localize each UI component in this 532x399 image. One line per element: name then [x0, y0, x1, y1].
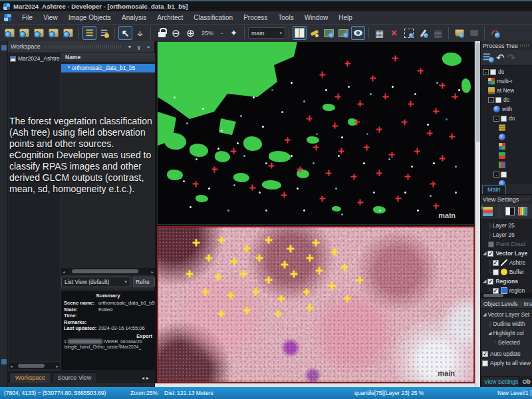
panel-close-icon[interactable]: ×	[145, 44, 152, 50]
checkbox[interactable]: ✓	[487, 251, 493, 257]
checkbox[interactable]	[501, 172, 507, 178]
panel-pin-icon[interactable]: ┰	[136, 44, 142, 50]
view-settings-row-3[interactable]: ◢✓Vector Laye	[481, 249, 532, 258]
zoom-in-icon[interactable]	[184, 26, 198, 40]
expander-icon[interactable]: ◢	[483, 251, 486, 256]
manual-edit-icon[interactable]	[416, 26, 430, 40]
process-tree-row-0[interactable]: -do	[481, 67, 532, 76]
expander-icon[interactable]: ◢	[488, 331, 491, 336]
collapse-icon[interactable]: -	[493, 172, 499, 178]
view-settings-icon[interactable]	[322, 26, 336, 40]
menu-architect[interactable]: Architect	[152, 14, 188, 21]
split-view-icon[interactable]	[293, 26, 307, 40]
tree-horizontal-scrollbar[interactable]: ◂ ▸	[9, 362, 60, 369]
tab-main[interactable]: Main	[482, 185, 506, 194]
redo-icon[interactable]: ↷	[507, 53, 516, 63]
checkbox[interactable]: ✓	[493, 260, 499, 266]
tab-view-settings[interactable]: View Settings	[481, 376, 520, 387]
add-project-icon[interactable]	[32, 26, 46, 40]
select-region-icon[interactable]	[402, 26, 416, 40]
menu-tools[interactable]: Tools	[273, 14, 299, 21]
undo-icon[interactable]: ↶	[496, 53, 505, 63]
export-scene-icon[interactable]	[61, 26, 75, 40]
rgb-view-icon[interactable]	[518, 207, 527, 215]
checkbox[interactable]	[488, 241, 494, 247]
view-settings-row-6[interactable]: ◢✓Regions	[481, 277, 532, 286]
image-tab-label[interactable]: Ima	[521, 301, 532, 307]
save-workspace-icon[interactable]	[17, 26, 31, 40]
selected-scene-row[interactable]: * orthomosaic_data_b1_b5	[61, 64, 155, 72]
object-levels-row-2[interactable]: ◢Highlight col	[481, 329, 532, 338]
refresh-button[interactable]: Refre	[133, 277, 155, 287]
object-levels-row-3[interactable]: └Selected	[481, 338, 532, 347]
menu-image-objects[interactable]: Image Objects	[63, 14, 116, 21]
import-scene-icon[interactable]	[47, 26, 61, 40]
process-tree-row-8[interactable]	[481, 142, 532, 151]
view-settings-row-0[interactable]: ├Layer 25	[481, 221, 532, 230]
checkbox[interactable]: ✓	[487, 279, 493, 285]
grayscale-view-icon[interactable]	[505, 207, 515, 215]
zoom-out-icon[interactable]	[169, 26, 183, 40]
attribute-table-icon[interactable]	[431, 26, 445, 40]
checkbox[interactable]	[490, 69, 496, 75]
option-row[interactable]: ✓Auto update	[482, 349, 531, 358]
menu-help[interactable]: Help	[333, 14, 358, 21]
expander-icon[interactable]: ◢	[483, 279, 486, 284]
show-hide-outlines-icon[interactable]	[351, 26, 365, 40]
fill-disabled-icon[interactable]	[467, 26, 481, 40]
process-tree-row-4[interactable]: with	[481, 104, 532, 114]
menu-view[interactable]: View	[38, 14, 63, 21]
bottom-view[interactable]: main	[157, 226, 475, 383]
checkbox[interactable]	[495, 97, 501, 103]
process-tree-row-6[interactable]	[481, 123, 532, 132]
image-layers-icon[interactable]	[82, 26, 96, 40]
process-tree-row-3[interactable]: -do	[481, 95, 532, 104]
workspace-tree-root[interactable]: Mar2024_Ashtree	[9, 53, 60, 64]
process-tree-row-9[interactable]	[481, 151, 532, 160]
run-process-icon[interactable]	[483, 53, 493, 63]
view-settings-row-2[interactable]: Point Cloud	[481, 239, 532, 249]
menu-file[interactable]: File	[17, 14, 38, 21]
view-settings-row-1[interactable]: ├Layer 26	[481, 230, 532, 239]
menu-window[interactable]: Window	[299, 14, 334, 21]
curve-tool-icon[interactable]	[488, 26, 502, 40]
pan-icon[interactable]	[133, 26, 147, 40]
top-view[interactable]: main	[157, 41, 475, 225]
image-object-view-icon[interactable]	[336, 26, 350, 40]
cursor-icon[interactable]	[118, 26, 132, 40]
fill-class-icon[interactable]	[452, 26, 466, 40]
process-tree-row-7[interactable]	[481, 132, 532, 142]
delete-classification-icon[interactable]	[387, 26, 401, 40]
view-settings-row-5[interactable]: └Buffer	[481, 267, 532, 277]
scene-select[interactable]: main▾	[248, 27, 285, 39]
collapse-icon[interactable]: -	[493, 116, 499, 122]
collapse-icon[interactable]: -	[488, 97, 494, 103]
viewer-vertical-scrollbar[interactable]	[475, 41, 480, 387]
checkbox[interactable]	[482, 360, 488, 366]
collapse-icon[interactable]: -	[483, 69, 489, 75]
process-tree-row-2[interactable]: at New	[481, 86, 532, 95]
list-view-select[interactable]: List View (default) ▾	[61, 277, 130, 287]
tab-object[interactable]: Ob	[520, 377, 532, 387]
expander-icon[interactable]: ◢	[483, 312, 486, 317]
layer-mixing-icon[interactable]	[97, 26, 111, 40]
process-tree-row-5[interactable]: -do	[481, 114, 532, 123]
navigate-icon[interactable]	[227, 26, 241, 40]
edit-highlight-icon[interactable]	[307, 26, 321, 40]
menu-process[interactable]: Process	[238, 14, 273, 21]
zoom-level[interactable]: 25%	[198, 26, 217, 40]
panel-dropdown-icon[interactable]: ▾	[126, 44, 133, 50]
checkbox[interactable]: ✓	[493, 288, 499, 294]
add-layer-icon[interactable]	[483, 207, 493, 216]
object-levels-row-0[interactable]: ◢Vector Layer Set	[481, 310, 532, 319]
list-column-header[interactable]: Name	[61, 53, 155, 63]
tab-workspace[interactable]: Workspace	[9, 372, 51, 383]
checkbox[interactable]	[501, 116, 507, 122]
open-workspace-icon[interactable]	[3, 26, 17, 40]
tab-scroll-arrows[interactable]: ◂▸	[142, 375, 155, 381]
view-settings-row-4[interactable]: ├✓Ashtre	[481, 258, 532, 267]
object-levels-label[interactable]: Object Levels	[481, 301, 521, 307]
zoom-dash[interactable]: -	[217, 26, 226, 40]
dock-bottom-icon[interactable]	[1, 359, 7, 364]
option-row[interactable]: Apply to all view	[482, 358, 531, 368]
